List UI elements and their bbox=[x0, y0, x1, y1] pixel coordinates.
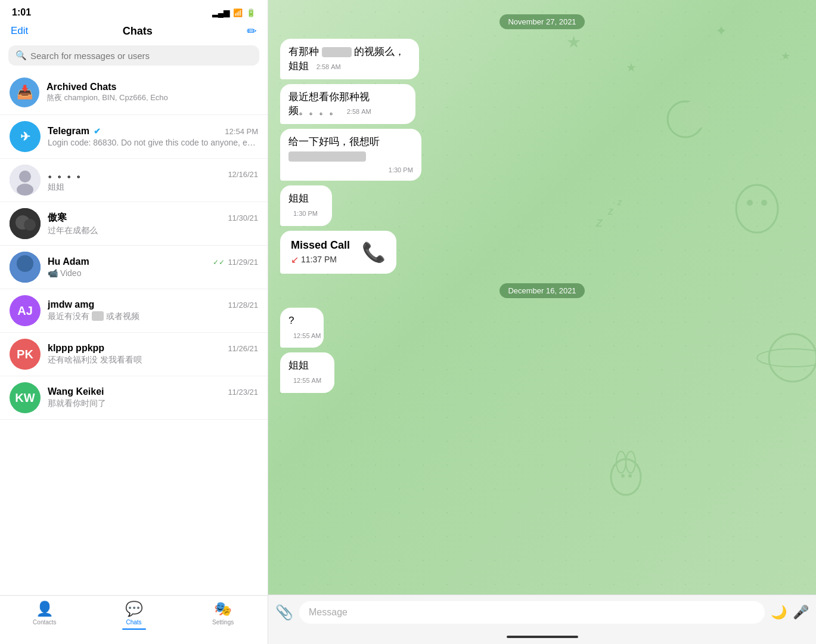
chat-list: 📥 Archived Chats 熬夜 champion, BIN, Cpz66… bbox=[0, 70, 268, 595]
battery-icon: 🔋 bbox=[246, 8, 256, 17]
chat-time-jmdw: 11/28/21 bbox=[228, 301, 258, 309]
message-2: 最近想看你那种视频。。。。 2:58 AM bbox=[280, 84, 461, 125]
bubble-2: 最近想看你那种视频。。。。 2:58 AM bbox=[280, 84, 415, 125]
status-icons: ▂▄▆ 📶 🔋 bbox=[212, 8, 256, 17]
bubble-4: 姐姐 1:30 PM bbox=[280, 185, 332, 226]
search-input[interactable] bbox=[30, 51, 252, 61]
archived-name: Archived Chats bbox=[46, 82, 168, 92]
tab-settings[interactable]: 🎭 Settings bbox=[178, 600, 268, 630]
time-4: 1:30 PM bbox=[293, 210, 318, 217]
status-time: 1:01 bbox=[12, 7, 31, 18]
bubble-3: 给一下好吗，很想听 1:30 PM bbox=[280, 129, 421, 181]
chat-item-jiejie[interactable]: 。。。。 12/16/21 姐姐 bbox=[0, 159, 268, 202]
emoji-icon[interactable]: 🌙 bbox=[771, 605, 787, 620]
chat-preview-aohan: 过年在成都么 bbox=[48, 225, 258, 236]
archived-text: Archived Chats 熬夜 champion, BIN, Cpz666,… bbox=[46, 82, 168, 103]
avatar-aohan bbox=[10, 208, 41, 239]
attach-icon[interactable]: 📎 bbox=[275, 604, 293, 621]
bottom-tabs: 👤 Contacts 💬 Chats 🎭 Settings bbox=[0, 595, 268, 644]
mic-icon[interactable]: 🎤 bbox=[793, 605, 809, 620]
svg-point-1 bbox=[19, 171, 31, 182]
chat-info-telegram: Telegram ✔ 12:54 PM Login code: 86830. D… bbox=[48, 126, 258, 147]
message-1: 有那种 的视频么，姐姐 2:58 AM bbox=[280, 39, 466, 79]
chat-name-wang: Wang Keikei bbox=[48, 386, 104, 397]
message-input[interactable] bbox=[299, 601, 765, 624]
signal-icon: ▂▄▆ bbox=[212, 8, 229, 17]
chat-preview-klppp: 还有啥福利没 发我看看呗 bbox=[48, 355, 258, 366]
double-check-icon: ✓✓ bbox=[213, 258, 225, 267]
compose-button[interactable]: ✏ bbox=[247, 24, 257, 38]
home-bar bbox=[507, 636, 578, 638]
message-7: 姐姐 12:55 AM bbox=[280, 352, 353, 393]
chat-preview-wang: 那就看你时间了 bbox=[48, 398, 258, 409]
chat-info-huadam: Hu Adam ✓✓ 11/29/21 📹 Video bbox=[48, 256, 258, 278]
message-3: 给一下好吗，很想听 1:30 PM bbox=[280, 129, 468, 181]
contacts-icon: 👤 bbox=[36, 600, 54, 617]
chat-item-huadam[interactable]: Hu Adam ✓✓ 11/29/21 📹 Video bbox=[0, 246, 268, 289]
right-panel: ★ ★ ✦ ★ z z z November 2 bbox=[268, 0, 816, 644]
avatar-jmdw: AJ bbox=[10, 295, 41, 326]
chat-preview-jiejie: 姐姐 bbox=[48, 182, 258, 193]
chat-item-klppp[interactable]: PK klppp ppkpp 11/26/21 还有啥福利没 发我看看呗 bbox=[0, 333, 268, 376]
wifi-icon: 📶 bbox=[233, 8, 243, 17]
avatar-klppp: PK bbox=[10, 339, 41, 370]
chat-top-jiejie: 。。。。 12/16/21 bbox=[48, 168, 258, 181]
missed-call-title: Missed Call bbox=[291, 239, 350, 252]
date-badge-2: December 16, 2021 bbox=[499, 283, 584, 298]
chat-name-klppp: klppp ppkpp bbox=[48, 343, 104, 354]
chats-label: Chats bbox=[126, 619, 141, 626]
date-badge-1: November 27, 2021 bbox=[499, 14, 584, 29]
avatar-jiejie bbox=[10, 165, 41, 196]
chat-time-jiejie: 12/16/21 bbox=[228, 170, 258, 179]
chat-item-wang[interactable]: KW Wang Keikei 11/23/21 那就看你时间了 bbox=[0, 376, 268, 420]
search-bar[interactable]: 🔍 bbox=[8, 45, 259, 66]
missed-call-info: Missed Call ↙ 11:37 PM bbox=[291, 239, 350, 265]
message-6: ? 12:55 AM bbox=[280, 308, 338, 348]
time-2: 2:58 AM bbox=[347, 108, 371, 115]
missed-call-time-text: 11:37 PM bbox=[301, 255, 337, 264]
chat-item-aohan[interactable]: 傲寒 11/30/21 过年在成都么 bbox=[0, 202, 268, 246]
bubble-1: 有那种 的视频么，姐姐 2:58 AM bbox=[280, 39, 419, 79]
chat-preview-telegram: Login code: 86830. Do not give this code… bbox=[48, 138, 258, 147]
missed-call-arrow-icon: ↙ bbox=[291, 254, 299, 265]
chats-icon: 💬 bbox=[125, 600, 143, 617]
chat-info-jmdw: jmdw amg 11/28/21 最近有没有 ██ 或者视频 bbox=[48, 299, 258, 322]
avatar-huadam bbox=[10, 252, 41, 283]
chats-title: Chats bbox=[123, 25, 153, 38]
chat-item-jmdw[interactable]: AJ jmdw amg 11/28/21 最近有没有 ██ 或者视频 bbox=[0, 289, 268, 333]
chat-info-klppp: klppp ppkpp 11/26/21 还有啥福利没 发我看看呗 bbox=[48, 343, 258, 366]
svg-point-2 bbox=[17, 184, 33, 196]
chat-preview-huadam: 📹 Video bbox=[48, 268, 258, 278]
chat-name-telegram: Telegram ✔ bbox=[48, 126, 101, 137]
chat-preview-jmdw: 最近有没有 ██ 或者视频 bbox=[48, 311, 258, 322]
chat-item-telegram[interactable]: ✈ Telegram ✔ 12:54 PM Login code: 86830.… bbox=[0, 115, 268, 159]
svg-point-7 bbox=[17, 255, 33, 272]
chat-top-jmdw: jmdw amg 11/28/21 bbox=[48, 299, 258, 310]
chat-top-klppp: klppp ppkpp 11/26/21 bbox=[48, 343, 258, 354]
chat-time-telegram: 12:54 PM bbox=[225, 127, 258, 136]
verified-badge: ✔ bbox=[94, 126, 101, 136]
time-3: 1:30 PM bbox=[389, 166, 413, 175]
left-panel: 1:01 ▂▄▆ 📶 🔋 Edit Chats ✏ 🔍 📥 Archived C… bbox=[0, 0, 268, 644]
tab-chats[interactable]: 💬 Chats bbox=[89, 600, 179, 630]
search-icon: 🔍 bbox=[15, 50, 27, 61]
chat-top-huadam: Hu Adam ✓✓ 11/29/21 bbox=[48, 256, 258, 267]
archived-sub: 熬夜 champion, BIN, Cpz666, Echo bbox=[46, 92, 168, 103]
chat-top-telegram: Telegram ✔ 12:54 PM bbox=[48, 126, 258, 137]
chat-info-jiejie: 。。。。 12/16/21 姐姐 bbox=[48, 168, 258, 193]
chat-time-wang: 11/23/21 bbox=[228, 388, 258, 397]
time-6: 12:55 AM bbox=[293, 332, 321, 339]
bubble-6: ? 12:55 AM bbox=[280, 308, 324, 348]
time-1: 2:58 AM bbox=[317, 63, 341, 70]
tab-contacts[interactable]: 👤 Contacts bbox=[0, 600, 89, 630]
chat-info-wang: Wang Keikei 11/23/21 那就看你时间了 bbox=[48, 386, 258, 409]
messages-area: November 27, 2021 有那种 的视频么，姐姐 2:58 AM 最近… bbox=[268, 0, 816, 595]
chat-name-jiejie: 。。。。 bbox=[48, 168, 86, 181]
archived-chats-item[interactable]: 📥 Archived Chats 熬夜 champion, BIN, Cpz66… bbox=[0, 70, 268, 115]
header-bar: Edit Chats ✏ bbox=[0, 20, 268, 43]
chat-name-aohan: 傲寒 bbox=[48, 212, 67, 224]
phone-icon[interactable]: 📞 bbox=[362, 241, 386, 264]
edit-button[interactable]: Edit bbox=[11, 25, 28, 37]
blur-1 bbox=[322, 47, 352, 57]
message-4: 姐姐 1:30 PM bbox=[280, 185, 349, 226]
